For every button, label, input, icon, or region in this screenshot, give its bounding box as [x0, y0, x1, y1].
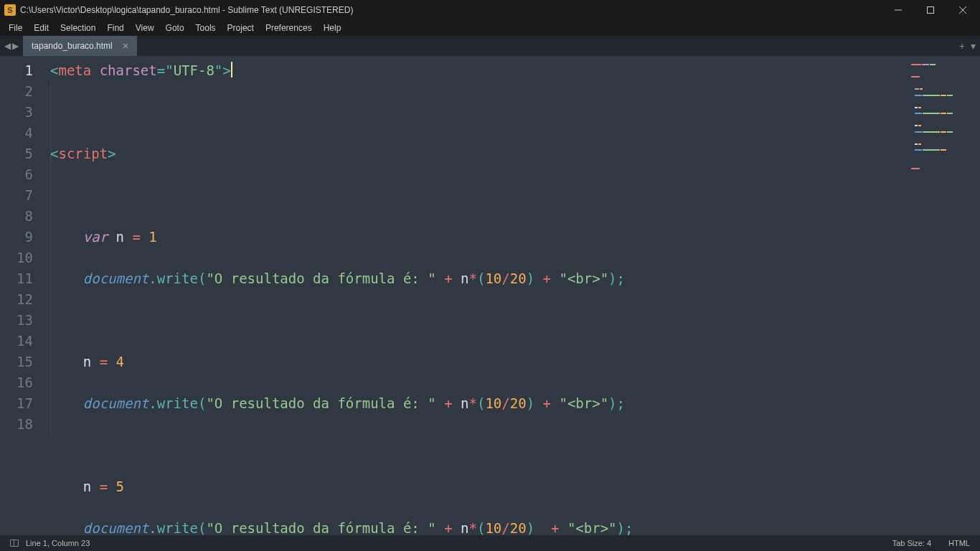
menu-help[interactable]: Help — [318, 23, 347, 33]
text-cursor — [231, 62, 232, 77]
menu-bar: File Edit Selection Find View Goto Tools… — [0, 20, 980, 36]
new-tab-button[interactable]: + — [959, 40, 965, 52]
app-icon: S — [4, 4, 16, 16]
tab-bar: ◀ ▶ tapando_buraco.html × + ▾ — [0, 36, 980, 56]
nav-back-icon[interactable]: ◀ — [4, 41, 11, 51]
menu-edit[interactable]: Edit — [28, 23, 55, 33]
menu-view[interactable]: View — [130, 23, 160, 33]
minimize-button[interactable] — [882, 0, 914, 20]
tab-active[interactable]: tapando_buraco.html × — [23, 36, 137, 56]
tab-label: tapando_buraco.html — [32, 41, 113, 51]
tab-close-icon[interactable]: × — [123, 40, 128, 52]
svg-rect-1 — [927, 7, 933, 14]
status-syntax[interactable]: HTML — [948, 539, 970, 547]
editor[interactable]: 1 2 3 4 5 6 7 8 9 10 11 12 13 14 15 16 1… — [0, 56, 980, 535]
window-titlebar: S C:\Users\Victor\Desktop\logica\tapando… — [0, 0, 980, 20]
maximize-button[interactable] — [914, 0, 946, 20]
menu-tools[interactable]: Tools — [190, 23, 222, 33]
nav-forward-icon[interactable]: ▶ — [12, 41, 19, 51]
menu-project[interactable]: Project — [222, 23, 260, 33]
menu-find[interactable]: Find — [101, 23, 129, 33]
menu-selection[interactable]: Selection — [55, 23, 101, 33]
panel-toggle-icon[interactable] — [10, 540, 19, 547]
menu-preferences[interactable]: Preferences — [260, 23, 318, 33]
close-button[interactable] — [946, 0, 979, 20]
tab-list-dropdown-icon[interactable]: ▾ — [971, 40, 976, 52]
menu-file[interactable]: File — [3, 23, 28, 33]
line-number-gutter: 1 2 3 4 5 6 7 8 9 10 11 12 13 14 15 16 1… — [0, 56, 43, 535]
menu-goto[interactable]: Goto — [160, 23, 190, 33]
code-area[interactable]: <meta charset="UTF-8"> <script> var n = … — [43, 56, 908, 535]
window-title: C:\Users\Victor\Desktop\logica\tapando_b… — [20, 5, 353, 15]
minimap[interactable] — [908, 56, 980, 535]
